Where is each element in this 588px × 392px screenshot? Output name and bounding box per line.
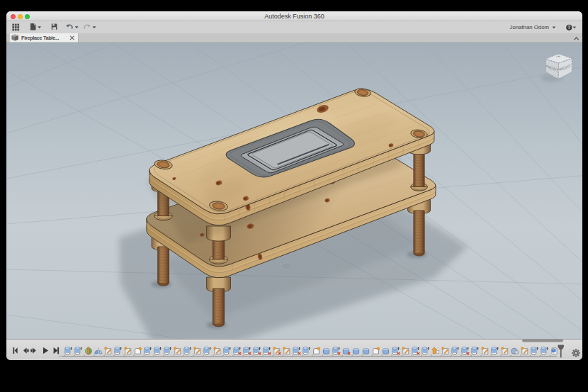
svg-text:Fireplace Table...: Fireplace Table... [21,35,60,41]
svg-text:?: ? [567,25,570,30]
svg-text:Jonathan Odom: Jonathan Odom [510,24,549,30]
